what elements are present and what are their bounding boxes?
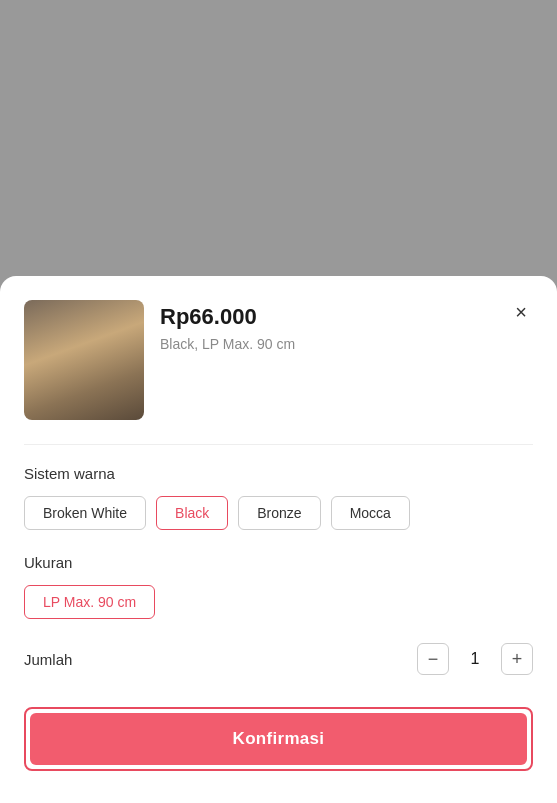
- product-variant: Black, LP Max. 90 cm: [160, 336, 533, 352]
- color-option-black[interactable]: Black: [156, 496, 228, 530]
- quantity-row: Jumlah − 1 +: [24, 643, 533, 675]
- size-section-label: Ukuran: [24, 554, 533, 571]
- product-price: Rp66.000: [160, 304, 533, 330]
- product-header: Rp66.000 Black, LP Max. 90 cm: [24, 300, 533, 420]
- quantity-value: 1: [465, 650, 485, 668]
- product-modal: × Rp66.000 Black, LP Max. 90 cm Sistem w…: [0, 276, 557, 803]
- close-button[interactable]: ×: [505, 296, 537, 328]
- color-options: Broken White Black Bronze Mocca: [24, 496, 533, 530]
- quantity-plus-button[interactable]: +: [501, 643, 533, 675]
- confirm-button[interactable]: Konfirmasi: [30, 713, 527, 765]
- color-section-label: Sistem warna: [24, 465, 533, 482]
- size-option-lp-max-90[interactable]: LP Max. 90 cm: [24, 585, 155, 619]
- divider: [24, 444, 533, 445]
- quantity-minus-button[interactable]: −: [417, 643, 449, 675]
- quantity-controls: − 1 +: [417, 643, 533, 675]
- confirm-button-wrapper: Konfirmasi: [24, 707, 533, 771]
- color-option-bronze[interactable]: Bronze: [238, 496, 320, 530]
- size-options: LP Max. 90 cm: [24, 585, 533, 619]
- quantity-label: Jumlah: [24, 651, 72, 668]
- product-image-visual: [24, 300, 144, 420]
- color-option-broken-white[interactable]: Broken White: [24, 496, 146, 530]
- product-info: Rp66.000 Black, LP Max. 90 cm: [160, 300, 533, 352]
- product-image: [24, 300, 144, 420]
- color-option-mocca[interactable]: Mocca: [331, 496, 410, 530]
